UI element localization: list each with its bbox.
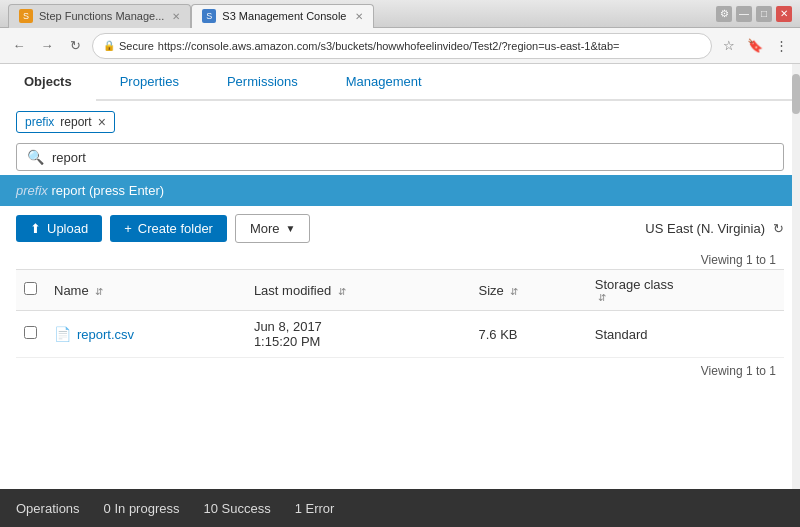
table-header-row: Name ⇵ Last modified ⇵ Size ⇵ Storage cl… [16, 270, 784, 311]
more-button[interactable]: More ▼ [235, 214, 311, 243]
create-folder-icon: + [124, 221, 132, 236]
filter-tag: prefix report × [16, 111, 115, 133]
browser-toolbar: ← → ↻ 🔒 Secure https://console.aws.amazo… [0, 28, 800, 64]
tab-step-functions-close[interactable]: ✕ [172, 11, 180, 22]
address-url: https://console.aws.amazon.com/s3/bucket… [158, 40, 620, 52]
scrollbar-thumb[interactable] [792, 74, 800, 114]
menu-icon[interactable]: ⋮ [770, 35, 792, 57]
sort-name-icon: ⇵ [95, 286, 103, 297]
viewing-count-top: Viewing 1 to 1 [0, 251, 800, 269]
table-row: 📄 report.csv Jun 8, 2017 1:15:20 PM 7.6 … [16, 311, 784, 358]
row-size: 7.6 KB [470, 311, 586, 358]
col-modified[interactable]: Last modified ⇵ [246, 270, 471, 311]
tab-objects[interactable]: Objects [0, 64, 96, 101]
sort-size-icon: ⇵ [510, 286, 518, 297]
create-folder-button[interactable]: + Create folder [110, 215, 227, 242]
col-storage[interactable]: Storage class ⇵ [587, 270, 784, 311]
window-controls: ⚙ — □ ✕ [716, 6, 792, 22]
bookmark-icon[interactable]: 🔖 [744, 35, 766, 57]
page-content: Objects Properties Permissions Managemen… [0, 64, 800, 489]
col-name[interactable]: Name ⇵ [46, 270, 246, 311]
file-table: Name ⇵ Last modified ⇵ Size ⇵ Storage cl… [16, 269, 784, 358]
filter-prefix-label: prefix [25, 115, 54, 129]
tab-s3-label: S3 Management Console [222, 10, 346, 22]
upload-button[interactable]: ⬆ Upload [16, 215, 102, 242]
status-bar: Operations 0 In progress 10 Success 1 Er… [0, 489, 800, 527]
row-name: 📄 report.csv [46, 311, 246, 358]
sort-modified-icon: ⇵ [338, 286, 346, 297]
filter-value: report [60, 115, 91, 129]
step-functions-tab-icon: S [19, 9, 33, 23]
search-box: 🔍 [16, 143, 784, 171]
forward-button[interactable]: → [36, 35, 58, 57]
address-bar[interactable]: 🔒 Secure https://console.aws.amazon.com/… [92, 33, 712, 59]
row-modified: Jun 8, 2017 1:15:20 PM [246, 311, 471, 358]
autocomplete-prefix: prefix [16, 183, 48, 198]
select-all-checkbox[interactable] [24, 282, 37, 295]
search-input[interactable] [52, 150, 773, 165]
upload-label: Upload [47, 221, 88, 236]
autocomplete-suggestion: report (press Enter) [51, 183, 164, 198]
tab-step-functions-label: Step Functions Manage... [39, 10, 164, 22]
s3-tab-icon: S [202, 9, 216, 23]
action-bar: ⬆ Upload + Create folder More ▼ US East … [0, 206, 800, 251]
filter-close-button[interactable]: × [98, 115, 106, 129]
region-info: US East (N. Virginia) ↻ [645, 221, 784, 236]
maximize-button[interactable]: □ [756, 6, 772, 22]
success-label: 10 Success [203, 501, 270, 516]
toolbar-actions: ☆ 🔖 ⋮ [718, 35, 792, 57]
minimize-button[interactable]: — [736, 6, 752, 22]
chevron-down-icon: ▼ [286, 223, 296, 234]
col-size[interactable]: Size ⇵ [470, 270, 586, 311]
tab-management[interactable]: Management [322, 64, 446, 101]
filter-area: prefix report × [0, 101, 800, 139]
tab-step-functions[interactable]: S Step Functions Manage... ✕ [8, 4, 191, 28]
search-area: 🔍 [0, 139, 800, 175]
file-icon-cell: 📄 report.csv [54, 326, 134, 342]
scrollbar[interactable] [792, 64, 800, 489]
refresh-browser-button[interactable]: ↻ [64, 35, 86, 57]
region-label: US East (N. Virginia) [645, 221, 765, 236]
select-all-header [16, 270, 46, 311]
secure-icon: 🔒 [103, 40, 115, 51]
operations-label[interactable]: Operations [16, 501, 80, 516]
sort-storage-icon: ⇵ [598, 292, 606, 303]
settings-button[interactable]: ⚙ [716, 6, 732, 22]
in-progress-label: 0 In progress [104, 501, 180, 516]
back-button[interactable]: ← [8, 35, 30, 57]
s3-tabs: Objects Properties Permissions Managemen… [0, 64, 800, 101]
row-checkbox[interactable] [24, 326, 37, 339]
browser-tabs: S Step Functions Manage... ✕ S S3 Manage… [8, 0, 374, 28]
table-container: Name ⇵ Last modified ⇵ Size ⇵ Storage cl… [0, 269, 800, 358]
search-icon: 🔍 [27, 149, 44, 165]
document-icon: 📄 [54, 326, 71, 342]
create-folder-label: Create folder [138, 221, 213, 236]
upload-icon: ⬆ [30, 221, 41, 236]
tab-permissions[interactable]: Permissions [203, 64, 322, 101]
refresh-icon[interactable]: ↻ [773, 221, 784, 236]
tab-s3[interactable]: S S3 Management Console ✕ [191, 4, 373, 28]
secure-label: Secure [119, 40, 154, 52]
bookmark-star-icon[interactable]: ☆ [718, 35, 740, 57]
more-label: More [250, 221, 280, 236]
error-label: 1 Error [295, 501, 335, 516]
browser-titlebar: S Step Functions Manage... ✕ S S3 Manage… [0, 0, 800, 28]
row-storage-class: Standard [587, 311, 784, 358]
autocomplete-dropdown[interactable]: prefix report (press Enter) [0, 175, 800, 206]
row-checkbox-cell [16, 311, 46, 358]
tab-s3-close[interactable]: ✕ [355, 11, 363, 22]
close-button[interactable]: ✕ [776, 6, 792, 22]
viewing-count-bottom: Viewing 1 to 1 [0, 358, 800, 380]
tab-properties[interactable]: Properties [96, 64, 203, 101]
